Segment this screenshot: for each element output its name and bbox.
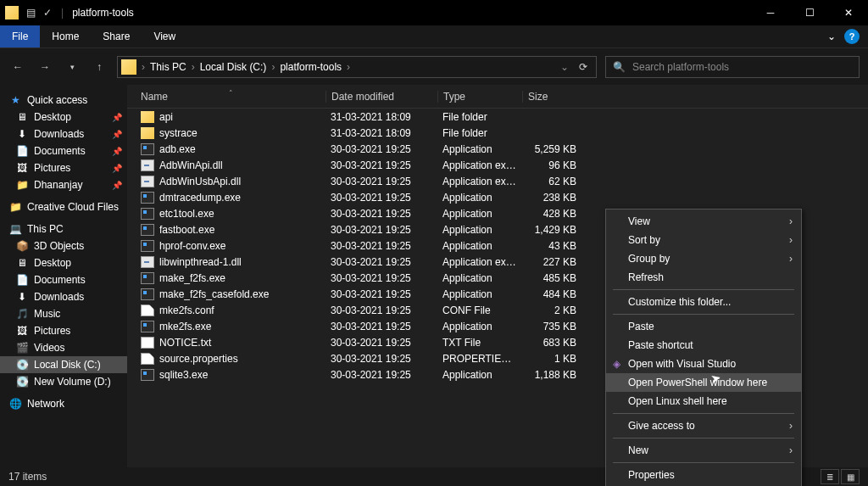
- sort-ascending-icon: ˄: [229, 89, 233, 98]
- nav-pinned-item[interactable]: 🖼Pictures📌: [0, 159, 127, 176]
- address-bar: ← → ▾ ↑ › This PC › Local Disk (C:) › pl…: [0, 47, 868, 85]
- menu-properties[interactable]: Properties: [606, 466, 801, 484]
- path-box[interactable]: › This PC › Local Disk (C:) › platform-t…: [117, 56, 597, 78]
- chevron-right-icon[interactable]: ›: [270, 61, 276, 73]
- menu-open-powershell[interactable]: Open PowerShell window here: [606, 373, 801, 392]
- file-date: 30-03-2021 19:25: [326, 353, 437, 365]
- file-name: dmtracedump.exe: [159, 192, 241, 204]
- menu-new[interactable]: New›: [606, 441, 801, 460]
- exe-icon: [141, 369, 154, 381]
- nav-label: Local Disk (C:): [34, 359, 101, 371]
- network-icon: 🌐: [8, 398, 22, 410]
- file-date: 30-03-2021 19:25: [326, 208, 437, 220]
- breadcrumb-platform-tools[interactable]: platform-tools: [276, 61, 345, 73]
- menu-open-visual-studio[interactable]: ◈Open with Visual Studio: [606, 355, 801, 373]
- nav-pinned-item[interactable]: ⬇Downloads📌: [0, 126, 127, 142]
- titlebar-separator: |: [61, 7, 64, 19]
- nav-quick-access[interactable]: ★ Quick access: [0, 92, 127, 109]
- conf-icon: [141, 353, 154, 365]
- menu-separator: [613, 438, 794, 439]
- file-name: libwinpthread-1.dll: [159, 256, 242, 268]
- file-date: 31-03-2021 18:09: [326, 127, 437, 139]
- txt-icon: [141, 337, 154, 349]
- ribbon-collapse-icon[interactable]: ⌄: [819, 25, 844, 47]
- file-row[interactable]: api31-03-2021 18:09File folder: [127, 109, 868, 125]
- file-row[interactable]: adb.exe30-03-2021 19:25Application5,259 …: [127, 141, 868, 157]
- maximize-button[interactable]: ☐: [790, 0, 829, 25]
- file-size: 2 KB: [522, 304, 581, 316]
- nav-pc-item[interactable]: 🎵Music: [0, 305, 127, 322]
- nav-pc-item[interactable]: 💽New Volume (D:): [0, 373, 127, 390]
- nav-label: 3D Objects: [34, 240, 84, 252]
- path-dropdown-icon[interactable]: ⌄: [555, 61, 574, 73]
- file-name: source.properties: [159, 353, 238, 365]
- file-name: mke2fs.exe: [159, 321, 211, 332]
- qat-new-folder-icon[interactable]: ✓: [41, 6, 54, 20]
- chevron-right-icon[interactable]: ›: [345, 61, 352, 73]
- breadcrumb-local-disk[interactable]: Local Disk (C:): [197, 61, 270, 73]
- back-button[interactable]: ←: [8, 61, 27, 73]
- file-row[interactable]: AdbWinUsbApi.dll30-03-2021 19:25Applicat…: [127, 173, 868, 189]
- exe-icon: [141, 240, 154, 252]
- tab-share[interactable]: Share: [91, 25, 142, 47]
- recent-locations-button[interactable]: ▾: [63, 63, 81, 71]
- file-row[interactable]: dmtracedump.exe30-03-2021 19:25Applicati…: [127, 189, 868, 205]
- tab-view[interactable]: View: [142, 25, 187, 47]
- nav-pinned-item[interactable]: 📄Documents📌: [0, 142, 127, 159]
- menu-give-access-to[interactable]: Give access to›: [606, 416, 801, 435]
- file-type: CONF File: [437, 304, 522, 316]
- file-type: Application: [437, 369, 522, 381]
- menu-refresh[interactable]: Refresh: [606, 268, 801, 287]
- nav-this-pc[interactable]: 💻 This PC: [0, 221, 127, 237]
- nav-pc-item[interactable]: 🖼Pictures: [0, 322, 127, 339]
- nav-pinned-item[interactable]: 📁Dhananjay📌: [0, 176, 127, 193]
- nav-pc-item[interactable]: 📦3D Objects: [0, 237, 127, 254]
- file-row[interactable]: AdbWinApi.dll30-03-2021 19:25Application…: [127, 157, 868, 173]
- nav-pc-item[interactable]: 🖥Desktop: [0, 254, 127, 271]
- pictures-icon: 🖼: [15, 325, 29, 337]
- column-header-size[interactable]: Size: [522, 91, 581, 103]
- breadcrumb-this-pc[interactable]: This PC: [147, 61, 190, 73]
- minimize-button[interactable]: ─: [751, 0, 790, 25]
- nav-pinned-item[interactable]: 🖥Desktop📌: [0, 109, 127, 126]
- file-row[interactable]: systrace31-03-2021 18:09File folder: [127, 125, 868, 141]
- nav-pc-item[interactable]: 🎬Videos: [0, 339, 127, 356]
- menu-paste[interactable]: Paste: [606, 317, 801, 336]
- nav-label: New Volume (D:): [34, 376, 111, 388]
- menu-group-by[interactable]: Group by›: [606, 249, 801, 268]
- chevron-right-icon[interactable]: ›: [190, 61, 197, 73]
- close-button[interactable]: ✕: [829, 0, 868, 25]
- menu-paste-shortcut[interactable]: Paste shortcut: [606, 336, 801, 355]
- tab-home[interactable]: Home: [40, 25, 91, 47]
- menu-customize-folder[interactable]: Customize this folder...: [606, 293, 801, 311]
- nav-creative-cloud[interactable]: 📁 Creative Cloud Files: [0, 198, 127, 215]
- column-header-date[interactable]: Date modified: [326, 91, 437, 103]
- column-header-name[interactable]: ˄ Name: [136, 91, 326, 103]
- forward-button[interactable]: →: [36, 61, 54, 73]
- file-type: Application: [437, 321, 522, 332]
- menu-open-linux-shell[interactable]: Open Linux shell here: [606, 392, 801, 411]
- chevron-right-icon[interactable]: ›: [140, 61, 147, 73]
- file-name: AdbWinUsbApi.dll: [159, 176, 241, 187]
- nav-label: Videos: [34, 342, 64, 354]
- pin-icon: 📌: [112, 181, 122, 190]
- details-view-button[interactable]: ≣: [821, 469, 839, 484]
- column-header-type[interactable]: Type: [437, 91, 522, 103]
- menu-view[interactable]: View›: [606, 212, 801, 231]
- nav-network[interactable]: 🌐 Network: [0, 395, 127, 412]
- thumbnails-view-button[interactable]: ▦: [841, 469, 860, 484]
- chevron-right-icon: ›: [789, 420, 793, 432]
- help-icon[interactable]: ?: [844, 29, 860, 44]
- nav-pc-item[interactable]: 💽Local Disk (C:): [0, 356, 127, 373]
- file-tab[interactable]: File: [0, 25, 40, 47]
- file-type: Application: [437, 240, 522, 252]
- exe-icon: [141, 272, 154, 284]
- nav-pc-item[interactable]: ⬇Downloads: [0, 288, 127, 305]
- nav-pc-item[interactable]: 📄Documents: [0, 271, 127, 288]
- search-input[interactable]: 🔍 Search platform-tools: [605, 56, 860, 78]
- up-button[interactable]: ↑: [90, 61, 108, 73]
- refresh-icon[interactable]: ⟳: [574, 61, 593, 73]
- menu-sort-by[interactable]: Sort by›: [606, 231, 801, 249]
- qat-properties-icon[interactable]: ▤: [24, 6, 37, 20]
- documents-icon: 📄: [15, 145, 29, 157]
